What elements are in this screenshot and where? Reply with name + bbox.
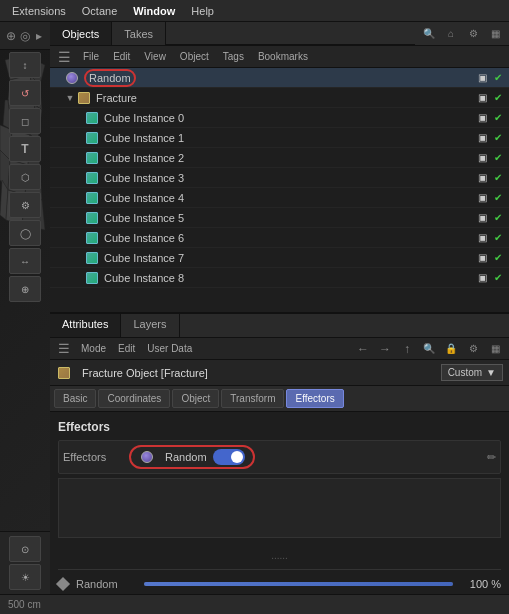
right-content: Objects Takes 🔍 ⌂ ⚙ ▦ ☰ File Edit View O… [50, 22, 509, 594]
tab-transform[interactable]: Transform [221, 389, 284, 408]
list-item-cube-0[interactable]: Cube Instance 0 ▣ ✔ [50, 108, 509, 128]
search-icon[interactable]: 🔍 [419, 24, 439, 44]
menu-extensions[interactable]: Extensions [4, 3, 74, 19]
cube-icon-2 [84, 150, 100, 166]
tool-move[interactable]: ↕ [9, 52, 41, 78]
fracture-object-icon [76, 90, 92, 106]
obj-menu-view[interactable]: View [139, 50, 171, 63]
tool-square[interactable]: ◻ [9, 108, 41, 134]
nav-panel[interactable]: ▦ [485, 339, 505, 359]
viewport-background: ↕ ↺ ◻ T ⬡ ⚙ ◯ ↔ ⊕ [0, 50, 50, 531]
cube-name-2: Cube Instance 2 [104, 152, 475, 164]
list-item-cube-6[interactable]: Cube Instance 6 ▣ ✔ [50, 228, 509, 248]
hamburger-icon[interactable]: ☰ [54, 47, 74, 67]
slider-fill [144, 582, 453, 586]
list-item-cube-8[interactable]: Cube Instance 8 ▣ ✔ [50, 268, 509, 288]
tab-takes[interactable]: Takes [112, 22, 166, 45]
menu-octane[interactable]: Octane [74, 3, 125, 19]
panel-icon[interactable]: ▦ [485, 24, 505, 44]
nav-up[interactable]: ↑ [397, 339, 417, 359]
fracture-expand[interactable]: ▼ [64, 88, 76, 108]
obj-menu-object[interactable]: Object [175, 50, 214, 63]
cube-icon-3 [84, 170, 100, 186]
attr-toolbar: ☰ Mode Edit User Data ← → ↑ 🔍 🔒 ⚙ ▦ [50, 338, 509, 360]
random-name: Random [84, 69, 475, 87]
tool-icon-3[interactable]: ▸ [32, 26, 46, 46]
tab-objects[interactable]: Objects [50, 22, 112, 45]
attr-edit[interactable]: Edit [113, 342, 140, 355]
settings-icon[interactable]: ⚙ [463, 24, 483, 44]
cube-check2-6: ✔ [491, 231, 505, 245]
tool-ring[interactable]: ⊙ [9, 536, 41, 562]
obj-menu-bookmarks[interactable]: Bookmarks [253, 50, 313, 63]
check1: ▣ [475, 71, 489, 85]
home-icon[interactable]: ⌂ [441, 24, 461, 44]
cube-check1-8: ▣ [475, 271, 489, 285]
tool-light[interactable]: ☀ [9, 564, 41, 590]
effector-empty-area [58, 478, 501, 538]
list-item-cube-2[interactable]: Cube Instance 2 ▣ ✔ [50, 148, 509, 168]
effector-row: Effectors Random ✏ [58, 440, 501, 474]
tool-text[interactable]: T [9, 136, 41, 162]
list-item-fracture[interactable]: ▼ Fracture ▣ ✔ [50, 88, 509, 108]
nav-lock[interactable]: 🔒 [441, 339, 461, 359]
tool-icon-2[interactable]: ◎ [18, 26, 32, 46]
list-item-cube-1[interactable]: Cube Instance 1 ▣ ✔ [50, 128, 509, 148]
effector-highlight-box: Random [129, 445, 255, 469]
list-item-cube-3[interactable]: Cube Instance 3 ▣ ✔ [50, 168, 509, 188]
obj-menu-edit[interactable]: Edit [108, 50, 135, 63]
slider-container[interactable] [144, 576, 453, 592]
tab-basic[interactable]: Basic [54, 389, 96, 408]
cube-icon-1 [84, 130, 100, 146]
nav-forward[interactable]: → [375, 339, 395, 359]
cube-check2-0: ✔ [491, 111, 505, 125]
list-item-cube-7[interactable]: Cube Instance 7 ▣ ✔ [50, 248, 509, 268]
cube-name-8: Cube Instance 8 [104, 272, 475, 284]
tab-effectors[interactable]: Effectors [286, 389, 343, 408]
cube-name-1: Cube Instance 1 [104, 132, 475, 144]
tab-coordinates[interactable]: Coordinates [98, 389, 170, 408]
menu-bar: Extensions Octane Window Help [0, 0, 509, 22]
nav-settings[interactable]: ⚙ [463, 339, 483, 359]
attr-hamburger[interactable]: ☰ [54, 339, 74, 359]
attr-user-data[interactable]: User Data [142, 342, 197, 355]
nav-back[interactable]: ← [353, 339, 373, 359]
tab-layers[interactable]: Layers [121, 314, 179, 337]
custom-dropdown[interactable]: Custom ▼ [441, 364, 503, 381]
cube-check2-5: ✔ [491, 211, 505, 225]
objects-panel: Objects Takes 🔍 ⌂ ⚙ ▦ ☰ File Edit View O… [50, 22, 509, 314]
tool-plus[interactable]: ⊕ [9, 276, 41, 302]
main-layout: ⊕ ◎ ▸ [0, 22, 509, 594]
cube-name-7: Cube Instance 7 [104, 252, 475, 264]
nav-search[interactable]: 🔍 [419, 339, 439, 359]
tool-icon-1[interactable]: ⊕ [4, 26, 18, 46]
check2: ✔ [491, 71, 505, 85]
menu-window[interactable]: Window [125, 3, 183, 19]
menu-help[interactable]: Help [183, 3, 222, 19]
list-item-random[interactable]: Random ▣ ✔ [50, 68, 509, 88]
tab-attributes[interactable]: Attributes [50, 314, 121, 337]
edit-button[interactable]: ✏ [487, 451, 496, 464]
tool-shape[interactable]: ⬡ [9, 164, 41, 190]
cube-check2-4: ✔ [491, 191, 505, 205]
tool-arrows[interactable]: ↔ [9, 248, 41, 274]
cube-check1-7: ▣ [475, 251, 489, 265]
tool-gear[interactable]: ⚙ [9, 192, 41, 218]
list-item-cube-4[interactable]: Cube Instance 4 ▣ ✔ [50, 188, 509, 208]
tool-circle[interactable]: ◯ [9, 220, 41, 246]
top-toolbar-strip: ⊕ ◎ ▸ [0, 22, 50, 50]
cube-check1-0: ▣ [475, 111, 489, 125]
cube-check1-2: ▣ [475, 151, 489, 165]
toggle-switch[interactable] [213, 449, 245, 465]
cube-check1-1: ▣ [475, 131, 489, 145]
random-value: 100 % [461, 578, 501, 590]
obj-menu-file[interactable]: File [78, 50, 104, 63]
left-viewport: ⊕ ◎ ▸ [0, 22, 50, 594]
tab-object[interactable]: Object [172, 389, 219, 408]
attr-mode[interactable]: Mode [76, 342, 111, 355]
cube-icon-5 [84, 210, 100, 226]
tool-rotate[interactable]: ↺ [9, 80, 41, 106]
attr-nav: ← → ↑ 🔍 🔒 ⚙ ▦ [353, 339, 505, 359]
obj-menu-tags[interactable]: Tags [218, 50, 249, 63]
list-item-cube-5[interactable]: Cube Instance 5 ▣ ✔ [50, 208, 509, 228]
